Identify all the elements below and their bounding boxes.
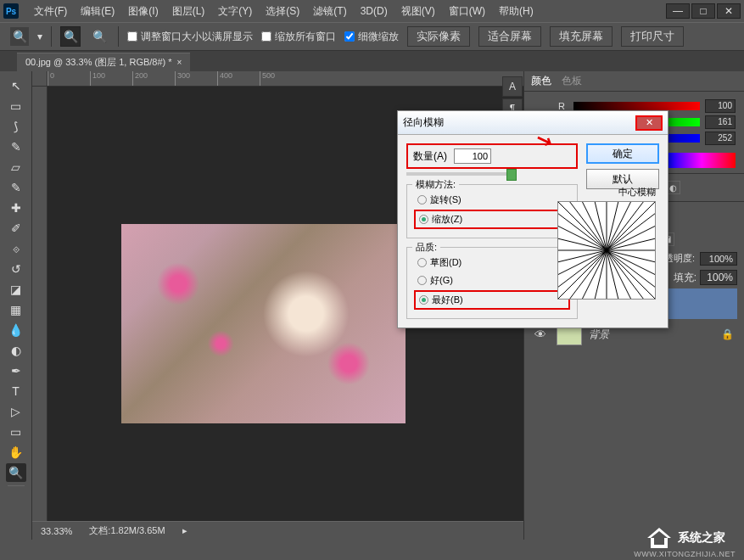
menu-image[interactable]: 图像(I) <box>121 3 165 20</box>
g-value[interactable]: 161 <box>705 115 736 129</box>
fill-value[interactable]: 100% <box>700 270 737 285</box>
watermark-url: WWW.XITONGZHIJIA.NET <box>634 550 736 558</box>
zoom-out-button[interactable]: 🔍 <box>89 26 109 47</box>
method-spin-radio[interactable]: 旋转(S) <box>414 192 570 208</box>
radial-lines-icon <box>558 202 655 299</box>
resize-fit-checkbox[interactable]: 调整窗口大小以满屏显示 <box>127 30 253 44</box>
window-maximize-button[interactable]: □ <box>691 3 715 19</box>
eyedropper-tool-icon[interactable]: ✎ <box>6 178 26 197</box>
svg-line-11 <box>583 250 607 299</box>
svg-line-8 <box>607 250 655 299</box>
menu-select[interactable]: 选择(S) <box>259 3 306 20</box>
status-bar: 33.33% 文档:1.82M/3.65M ▸ <box>32 521 523 540</box>
fit-screen-button[interactable]: 适合屏幕 <box>478 26 541 47</box>
stamp-tool-icon[interactable]: ⟐ <box>6 239 26 258</box>
menu-layer[interactable]: 图层(L) <box>165 3 212 20</box>
dialog-title: 径向模糊 <box>403 115 635 130</box>
menu-type[interactable]: 文字(Y) <box>211 3 259 20</box>
window-minimize-button[interactable]: — <box>666 3 690 19</box>
amount-slider[interactable] <box>406 172 517 176</box>
method-zoom-radio[interactable]: 缩放(Z) <box>414 210 570 229</box>
quality-group: 品质: 草图(D) 好(G) 最好(B) <box>406 247 578 319</box>
menu-bar: Ps 文件(F) 编辑(E) 图像(I) 图层(L) 文字(Y) 选择(S) 滤… <box>0 0 744 22</box>
document-tab[interactable]: 00.jpg @ 33.3% (图层 1, RGB/8#) * × <box>17 53 190 71</box>
svg-line-3 <box>607 202 631 250</box>
healing-tool-icon[interactable]: ✚ <box>6 199 26 217</box>
shape-tool-icon[interactable]: ▭ <box>6 423 26 441</box>
quality-legend: 品质: <box>412 241 440 254</box>
crop-tool-icon[interactable]: ▱ <box>6 158 26 176</box>
marquee-tool-icon[interactable]: ▭ <box>6 97 26 115</box>
move-tool-icon[interactable]: ↖ <box>6 76 26 95</box>
path-select-tool-icon[interactable]: ▷ <box>6 402 26 421</box>
layer-name[interactable]: 背景 <box>589 328 609 342</box>
lock-icon: 🔒 <box>721 328 734 340</box>
menu-3d[interactable]: 3D(D) <box>354 3 394 19</box>
svg-line-4 <box>607 202 655 250</box>
zoom-tool-preset-icon[interactable]: 🔍 <box>10 27 29 46</box>
chevron-right-icon[interactable]: ▸ <box>182 525 187 536</box>
visibility-toggle-icon[interactable]: 👁 <box>534 328 550 341</box>
history-brush-tool-icon[interactable]: ↺ <box>6 260 26 278</box>
r-value[interactable]: 100 <box>705 99 736 113</box>
quality-good-radio[interactable]: 好(G) <box>414 272 570 288</box>
blur-tool-icon[interactable]: 💧 <box>6 321 26 339</box>
color-panel-tab[interactable]: 颜色 <box>531 74 551 88</box>
menu-help[interactable]: 帮助(H) <box>492 3 540 20</box>
lasso-tool-icon[interactable]: ⟆ <box>6 117 26 136</box>
blur-center-preview[interactable] <box>557 201 656 300</box>
quality-best-radio[interactable]: 最好(B) <box>414 290 570 310</box>
tools-panel: ↖ ▭ ⟆ ✎ ▱ ✎ ✚ ✐ ⟐ ↺ ◪ ▦ 💧 ◐ ✒ T ▷ ▭ ✋ 🔍 <box>0 71 32 540</box>
watermark-text: 系统之家 <box>678 530 725 546</box>
svg-line-9 <box>607 250 631 299</box>
svg-line-13 <box>558 250 607 275</box>
quick-select-tool-icon[interactable]: ✎ <box>6 137 26 156</box>
zoom-all-checkbox[interactable]: 缩放所有窗口 <box>261 30 336 44</box>
fill-screen-button[interactable]: 填充屏幕 <box>550 26 613 47</box>
app-logo: Ps <box>3 3 19 19</box>
zoom-tool-icon[interactable]: 🔍 <box>6 463 26 482</box>
svg-line-15 <box>558 227 607 251</box>
radial-blur-dialog: 径向模糊 ✕ 数量(A) 模糊方法: 旋转(S) 缩放(Z) 品质: 草图(D)… <box>397 110 668 328</box>
close-tab-icon[interactable]: × <box>177 58 182 67</box>
svg-line-12 <box>558 250 607 299</box>
actual-pixels-button[interactable]: 实际像素 <box>407 26 470 47</box>
separator <box>118 26 119 47</box>
menu-filter[interactable]: 滤镜(T) <box>306 3 353 20</box>
fine-zoom-checkbox[interactable]: 细微缩放 <box>344 30 399 44</box>
blur-method-group: 模糊方法: 旋转(S) 缩放(Z) <box>406 184 578 238</box>
tool-options-bar: 🔍 ▾ 🔍 🔍 调整窗口大小以满屏显示 缩放所有窗口 细微缩放 实际像素 适合屏… <box>0 22 744 51</box>
dropdown-icon[interactable]: ▾ <box>37 31 42 42</box>
horizontal-ruler: 0 100 200 300 400 500 <box>48 71 523 87</box>
menu-file[interactable]: 文件(F) <box>27 3 74 20</box>
brush-tool-icon[interactable]: ✐ <box>6 219 26 238</box>
menu-edit[interactable]: 编辑(E) <box>74 3 121 20</box>
menu-window[interactable]: 窗口(W) <box>442 3 492 20</box>
print-size-button[interactable]: 打印尺寸 <box>621 26 684 47</box>
gradient-tool-icon[interactable]: ▦ <box>6 300 26 319</box>
amount-input[interactable] <box>454 148 491 164</box>
document-image <box>121 224 406 423</box>
zoom-in-button[interactable]: 🔍 <box>60 26 81 47</box>
quality-draft-radio[interactable]: 草图(D) <box>414 255 570 271</box>
pen-tool-icon[interactable]: ✒ <box>6 361 26 380</box>
zoom-percentage[interactable]: 33.33% <box>41 526 72 536</box>
eraser-tool-icon[interactable]: ◪ <box>6 280 26 299</box>
type-tool-icon[interactable]: T <box>6 382 26 400</box>
b-value[interactable]: 252 <box>705 132 736 145</box>
fill-label: 填充: <box>674 271 696 285</box>
document-tab-bar: 00.jpg @ 33.3% (图层 1, RGB/8#) * × <box>0 51 744 71</box>
dialog-titlebar[interactable]: 径向模糊 ✕ <box>398 111 668 135</box>
menu-view[interactable]: 视图(V) <box>394 3 442 20</box>
character-panel-icon[interactable]: A <box>502 76 523 97</box>
dialog-close-button[interactable]: ✕ <box>635 115 663 131</box>
r-slider[interactable] <box>573 102 700 110</box>
swatches-panel-tab[interactable]: 色板 <box>562 74 582 88</box>
watermark: 系统之家 <box>646 526 725 550</box>
ok-button[interactable]: 确定 <box>586 143 659 164</box>
opacity-value[interactable]: 100% <box>700 252 737 266</box>
window-close-button[interactable]: ✕ <box>717 3 741 19</box>
hand-tool-icon[interactable]: ✋ <box>6 443 26 462</box>
dodge-tool-icon[interactable]: ◐ <box>6 341 26 360</box>
doc-size-value: 1.82M/3.65M <box>110 525 165 535</box>
